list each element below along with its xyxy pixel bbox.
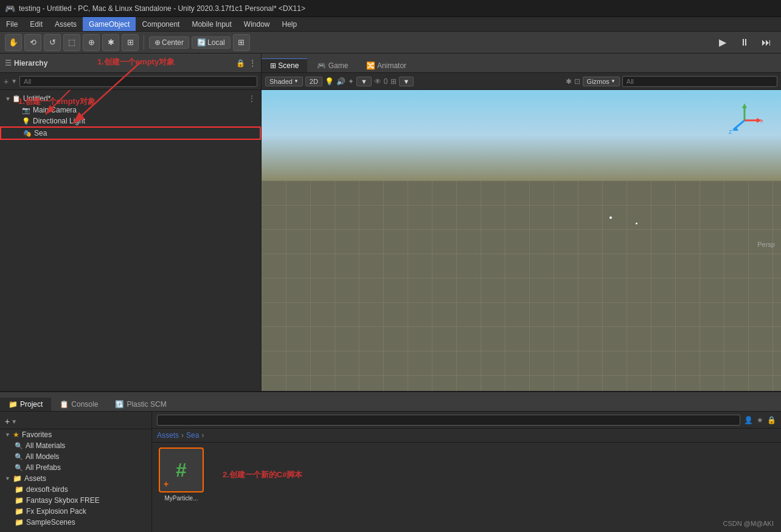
menu-assets[interactable]: Assets [49, 17, 83, 31]
tab-game[interactable]: 🎮 Game [308, 58, 356, 72]
effects-toggle[interactable]: ✦ [348, 77, 354, 86]
tool-custom[interactable]: ⊞ [122, 34, 139, 51]
tab-scene[interactable]: ⊞ Scene [262, 58, 307, 72]
tool-rotate[interactable]: ↺ [44, 34, 61, 51]
hierarchy-add-button[interactable]: + [4, 77, 9, 86]
plastic-tab-label: Plastic SCM [127, 400, 166, 409]
breadcrumb-sea[interactable]: Sea [186, 431, 199, 440]
folder-icon: 📁 [15, 496, 24, 505]
tab-animator[interactable]: 🔀 Animator [358, 58, 415, 72]
menu-mobileinput[interactable]: Mobile Input [186, 17, 237, 31]
grid-toggle[interactable]: ⊞ [390, 77, 397, 86]
hierarchy-lock-icon[interactable]: 🔒 [236, 59, 245, 67]
hierarchy-more-icon[interactable]: ⋮ [249, 59, 256, 67]
svg-text:X: X [760, 118, 763, 124]
tool-rect[interactable]: ⊕ [83, 34, 100, 51]
file-item-myparticle[interactable]: # + MyParticle... [157, 447, 206, 502]
2d-label: 2D [310, 78, 318, 85]
grid-dropdown[interactable]: ▼ [399, 77, 414, 86]
folder-icon: 📁 [15, 507, 24, 516]
menu-gameobject[interactable]: GameObject [83, 17, 136, 31]
hierarchy-item-menu[interactable]: ⋮ [248, 94, 256, 103]
breadcrumb-assets[interactable]: Assets [157, 431, 179, 440]
console-tab-icon: 📋 [60, 400, 69, 409]
local-icon: 🔄 [197, 38, 206, 47]
sidebar-favorites[interactable]: ▼ ★ Favorites [0, 429, 151, 440]
watermark: CSDN @M@AKI [723, 520, 774, 527]
scene-search-input[interactable] [622, 76, 777, 87]
step-button[interactable]: ⏭ [757, 34, 776, 51]
sidebar-assets[interactable]: ▼ 📁 Assets [0, 473, 151, 484]
menu-component[interactable]: Component [136, 17, 186, 31]
proj-icon-star[interactable]: ★ [757, 416, 763, 424]
project-add-button[interactable]: + [5, 416, 10, 426]
tool-extra[interactable]: ⊞ [233, 34, 250, 51]
pause-button[interactable]: ⏸ [735, 34, 754, 51]
hierarchy-search-input[interactable] [19, 76, 257, 87]
menu-edit[interactable]: Edit [24, 17, 49, 31]
menu-help[interactable]: Help [276, 17, 304, 31]
scene-gizmo[interactable]: Y X Z [726, 102, 763, 139]
hierarchy-item-sea[interactable]: 🎭 Sea [0, 126, 261, 140]
tool-move[interactable]: ⟲ [24, 34, 41, 51]
hierarchy-add-arrow[interactable]: ▼ [11, 78, 17, 85]
sep1 [144, 35, 144, 50]
game-tab-icon: 🎮 [317, 61, 326, 70]
assets-folder-icon: 📁 [13, 474, 22, 483]
proj-item-label: All Models [26, 452, 59, 461]
project-search-input[interactable] [157, 415, 740, 426]
hierarchy-panel-icon: ☰ [5, 59, 12, 67]
center-button[interactable]: ⊕ Center [149, 36, 189, 49]
project-add-arrow[interactable]: ▼ [11, 418, 17, 425]
plastic-tab-icon: 🔃 [115, 400, 124, 409]
proj-item-label: All Materials [26, 441, 65, 450]
proj-item-allprefabs[interactable]: 🔍 All Prefabs [0, 462, 151, 473]
play-button[interactable]: ▶ [713, 34, 732, 51]
svg-marker-3 [742, 103, 747, 108]
audio-toggle[interactable]: 🔊 [336, 77, 345, 86]
2d-button[interactable]: 2D [305, 77, 322, 86]
proj-item-allmodels[interactable]: 🔍 All Models [0, 451, 151, 462]
plus-badge: + [164, 479, 168, 489]
scene-tools-icon[interactable]: ✱ [566, 77, 572, 86]
scene-aspect-icon[interactable]: ⊡ [574, 77, 580, 86]
menu-window[interactable]: Window [238, 17, 276, 31]
console-tab-label: Console [71, 400, 98, 409]
toolbar: ✋ ⟲ ↺ ⬚ ⊕ ✱ ⊞ ⊕ Center 🔄 Local ⊞ ▶ ⏸ ⏭ [0, 32, 781, 54]
csharp-icon: # [176, 459, 187, 482]
gizmos-dropdown[interactable]: Gizmos ▼ [583, 77, 620, 86]
animator-tab-icon: 🔀 [366, 61, 375, 70]
proj-item-dexsoft[interactable]: 📁 dexsoft-birds [0, 484, 151, 495]
annotation-2-container: 2.创建一个新的C#脚本 [210, 447, 302, 502]
project-tab-icon: 📁 [9, 400, 18, 409]
local-button[interactable]: 🔄 Local [192, 36, 231, 49]
proj-item-fantasyskybox[interactable]: 📁 Fantasy Skybox FREE [0, 495, 151, 506]
effects-dropdown[interactable]: ▼ [356, 77, 372, 86]
proj-item-label: Fantasy Skybox FREE [26, 496, 100, 505]
menu-file[interactable]: File [0, 17, 24, 31]
scene-viewport[interactable]: Y X Z Persp [262, 90, 781, 391]
visibility-toggle[interactable]: 👁 [374, 77, 381, 86]
proj-item-fxexplosion[interactable]: 📁 Fx Explosion Pack [0, 506, 151, 517]
gameobject-icon: 🎭 [23, 130, 32, 137]
svg-text:Z: Z [729, 129, 732, 135]
search-icon: 🔍 [15, 453, 23, 461]
tab-plasticscm[interactable]: 🔃 Plastic SCM [106, 398, 175, 411]
tool-transform[interactable]: ✱ [102, 34, 119, 51]
file-icon-cs: # + [159, 447, 204, 492]
project-tab-label: Project [20, 400, 43, 409]
scene-dot2 [636, 223, 637, 224]
tool-scale[interactable]: ⬚ [63, 34, 80, 51]
proj-icon-lock[interactable]: 🔒 [767, 416, 776, 424]
proj-item-samplescenes[interactable]: 📁 SampleScenes [0, 517, 151, 528]
shading-dropdown[interactable]: Shaded ▼ [265, 77, 303, 86]
proj-item-allmaterials[interactable]: 🔍 All Materials [0, 440, 151, 451]
search-icon: 🔍 [15, 442, 23, 450]
tab-console[interactable]: 📋 Console [51, 398, 106, 411]
proj-icon-person[interactable]: 👤 [744, 416, 753, 424]
tab-project[interactable]: 📁 Project [0, 398, 51, 411]
hierarchy-toolbar: + ▼ [0, 73, 261, 90]
light-toggle[interactable]: 💡 [325, 77, 334, 86]
tool-hand[interactable]: ✋ [5, 34, 22, 51]
hierarchy-item-label: Sea [34, 129, 47, 137]
